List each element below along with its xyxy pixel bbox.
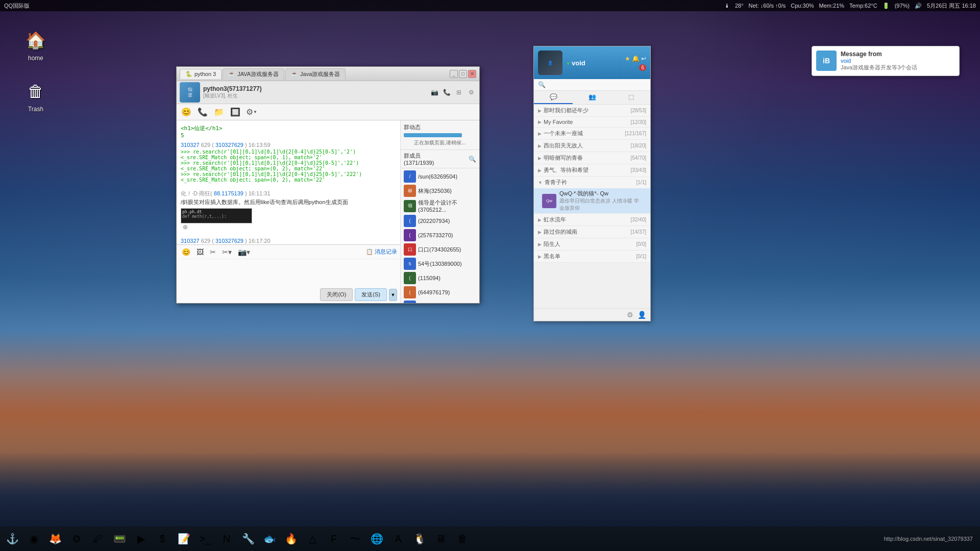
member-search-input[interactable]: [438, 155, 469, 163]
contact-group-header-3[interactable]: ▶ 西出阳关无故人 [18/20]: [534, 140, 650, 152]
taskbar-icon-terminal2[interactable]: 📟: [109, 529, 130, 549]
close-button[interactable]: ✕: [468, 70, 476, 78]
tab-contacts[interactable]: 👥: [573, 91, 611, 104]
tab-java-server[interactable]: ☕ JAVA游戏服务器: [223, 68, 284, 80]
group-count: [1/1]: [636, 180, 646, 185]
taskbar-icon-monitor[interactable]: 🖥: [431, 529, 451, 549]
tab-java-game[interactable]: ☕ Java游戏服务器: [285, 68, 346, 80]
taskbar-icon-terminal[interactable]: >_: [195, 529, 215, 549]
taskbar-icon-trash2[interactable]: 🗑: [452, 529, 473, 549]
taskbar-icon-tools[interactable]: 🔧: [238, 529, 258, 549]
taskbar-icon-ide[interactable]: 🖊: [88, 529, 108, 549]
expand-icon[interactable]: ⊕: [183, 223, 188, 231]
screenshot-tool[interactable]: ✂: [208, 247, 218, 257]
qq-link-3[interactable]: 310327629: [215, 238, 243, 244]
qq-search-input[interactable]: [548, 82, 646, 88]
contact-group-header-4[interactable]: ▶ 明暗侧写的青春 [54/70]: [534, 152, 650, 164]
chat-voip-btn[interactable]: 📞: [196, 106, 209, 119]
emoji-tool[interactable]: 😊: [180, 247, 192, 257]
contact-item-6-0[interactable]: Qw QwQ·*·我的猫*- Qw 愿你早日明白世态炎凉 人情冷暖 学会放弃你: [534, 188, 650, 213]
send-dropdown-button[interactable]: ▼: [389, 289, 397, 301]
chat-phone-icon[interactable]: 📞: [442, 87, 452, 97]
contact-group-header-10[interactable]: ▶ 黑名单 [0/1]: [534, 251, 650, 262]
taskbar-icon-firefox[interactable]: 🦊: [45, 529, 65, 549]
message-input[interactable]: [177, 259, 400, 285]
taskbar-icon-fire[interactable]: 🔥: [281, 529, 301, 549]
taskbar-icon-ftp[interactable]: F: [324, 529, 344, 549]
group-count: [0/0]: [636, 241, 646, 247]
chat-settings-icon[interactable]: ⚙: [466, 87, 476, 97]
member-item-4[interactable]: ( (2576733270): [401, 228, 479, 242]
taskbar-icon-settings[interactable]: ⚙: [66, 529, 87, 549]
expand-arrow: ▶: [538, 254, 542, 259]
tab-apps[interactable]: ⬚: [611, 91, 650, 104]
chat-video-icon[interactable]: 📷: [429, 87, 439, 97]
user-link-1[interactable]: 310327: [181, 142, 200, 148]
thermal-stats: Temp:62°C: [849, 3, 877, 9]
image-tool[interactable]: 🖼: [194, 247, 206, 257]
qq-link-2[interactable]: 88.1175139: [214, 190, 243, 196]
close-chat-button[interactable]: 关闭(O): [320, 288, 353, 301]
members-list[interactable]: / /sun(63269504) 林 林海(325036) 领 领导是个设计不(…: [401, 168, 479, 303]
contact-group-header-8[interactable]: ▶ 路过你的城南 [14/37]: [534, 226, 650, 238]
contact-group-header-0[interactable]: ▶ 那时我们都还年少 [28/53]: [534, 105, 650, 116]
minimize-button[interactable]: _: [450, 70, 458, 78]
qq-tabs: 💬 👥 ⬚: [534, 91, 650, 105]
member-search-icon[interactable]: 🔍: [469, 156, 476, 163]
contact-group-header-6[interactable]: ▼ 青青子衿 [1/1]: [534, 177, 650, 188]
chat-header-info: 仙逆 python3(571371277) [顺逆LV3], 枉生 📷 📞 ⊞ …: [177, 81, 479, 104]
member-item-6[interactable]: 5 54号(130389000): [401, 257, 479, 271]
expand-arrow: ▶: [538, 143, 542, 148]
more-tool[interactable]: ✂▾: [220, 247, 234, 257]
taskbar-icon-money[interactable]: $: [152, 529, 173, 549]
taskbar-icon-network[interactable]: 🌐: [366, 529, 387, 549]
desktop-icon-trash[interactable]: 🗑 Trash: [15, 79, 56, 113]
member-item-0[interactable]: / /sun(63269504): [401, 169, 479, 184]
add-contact-icon[interactable]: 👤: [638, 311, 646, 319]
contact-group-header-5[interactable]: ▶ 勇气、等待和希望 [33/43]: [534, 164, 650, 176]
contact-group-header-1[interactable]: ▶ My Favorite [12/30]: [534, 117, 650, 127]
user-link-3[interactable]: 310327: [181, 238, 200, 244]
camera-tool[interactable]: 📷▾: [236, 247, 252, 257]
chat-settings2-btn[interactable]: ⚙▼: [245, 106, 258, 119]
settings-icon[interactable]: ⚙: [627, 311, 633, 319]
message-history-button[interactable]: 📋 消息记录: [366, 248, 397, 256]
taskbar-icon-chrome[interactable]: ◉: [23, 529, 44, 549]
message-row-3: 310327 629 ( 310327629 ) 16:17:20 心飞扬(97…: [181, 238, 396, 244]
maximize-button[interactable]: □: [459, 70, 467, 78]
qq-link-1[interactable]: 310327629: [215, 142, 243, 148]
chat-app2-btn[interactable]: 🔲: [229, 106, 242, 119]
member-item-2[interactable]: 领 领导是个设计不(3705212...: [401, 198, 479, 214]
member-item-5[interactable]: 口 口口(734302655): [401, 242, 479, 257]
member-item-1[interactable]: 林 林海(325036): [401, 184, 479, 198]
messages-scroll[interactable]: <h1>仙逆</h1> 5 310327 629 ( 310327629 ) 1…: [177, 120, 400, 244]
contact-group-header-9[interactable]: ▶ 陌生人 [0/0]: [534, 238, 650, 250]
member-item-9[interactable]: 1 1522477973: [401, 299, 479, 303]
taskbar-icon-news[interactable]: N: [216, 529, 237, 549]
chat-file-btn[interactable]: 📁: [212, 106, 226, 119]
expand-arrow: ▶: [538, 168, 542, 173]
tab-python3[interactable]: 🐍 python 3: [180, 69, 222, 79]
member-item-8[interactable]: ( (644976179): [401, 285, 479, 299]
taskbar-icon-font[interactable]: A: [388, 529, 408, 549]
taskbar-icon-music[interactable]: ▶: [131, 529, 151, 549]
taskbar-icon-cone[interactable]: △: [302, 529, 323, 549]
chat-emotion-btn[interactable]: 😊: [180, 106, 193, 119]
chat-app-icon[interactable]: ⊞: [454, 87, 464, 97]
taskbar-icon-wave[interactable]: 〜: [345, 529, 365, 549]
contact-group-header-7[interactable]: ▶ 虹水流年 [32/40]: [534, 214, 650, 226]
desktop-icon-home[interactable]: 🏠 home: [15, 28, 56, 62]
send-button[interactable]: 发送(S): [355, 288, 387, 301]
taskbar-icon-notes[interactable]: 📝: [174, 529, 194, 549]
taskbar-icon-penguin[interactable]: 🐧: [409, 529, 430, 549]
taskbar-icon-anchor[interactable]: ⚓: [2, 529, 22, 549]
notification-popup[interactable]: iB Message from void Java游戏服务器开发等3个会话: [812, 46, 960, 76]
member-item-3[interactable]: ( (202207934): [401, 214, 479, 228]
chat-window: 🐍 python 3 ☕ JAVA游戏服务器 ☕ Java游戏服务器 _ □ ✕: [176, 66, 480, 304]
contact-group-header-2[interactable]: ▶ 一个未来一座城 [121/167]: [534, 128, 650, 139]
notification-content: Message from void Java游戏服务器开发等3个会话: [841, 51, 955, 71]
member-item-7[interactable]: ( (115094): [401, 271, 479, 285]
code-screenshot-thumbnail[interactable]: ph.ph.dt def meth(r,t,...):: [181, 208, 252, 223]
tab-chat[interactable]: 💬: [534, 91, 573, 104]
taskbar-icon-fish[interactable]: 🐟: [259, 529, 280, 549]
